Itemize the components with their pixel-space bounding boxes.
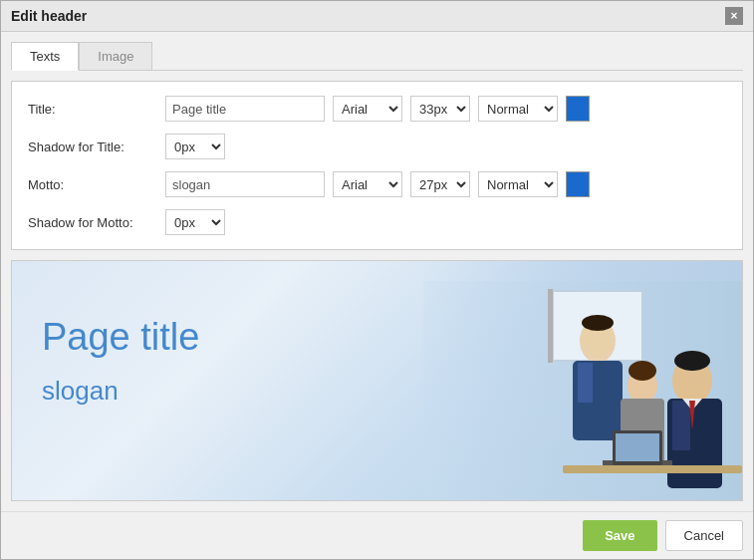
dialog-body: Texts Image Title: Arial 33px Normal	[1, 32, 753, 511]
title-weight-select[interactable]: Normal	[478, 96, 558, 122]
svg-rect-22	[563, 465, 742, 473]
cancel-button[interactable]: Cancel	[665, 520, 743, 551]
preview-slogan: slogan	[42, 376, 119, 407]
svg-point-11	[628, 361, 656, 381]
svg-point-7	[582, 315, 614, 331]
preview-title: Page title	[42, 316, 199, 359]
save-button[interactable]: Save	[583, 520, 656, 551]
title-label: Title:	[28, 102, 157, 117]
tab-bar: Texts Image	[11, 42, 743, 71]
dialog-footer: Save Cancel	[1, 511, 753, 559]
motto-row: Motto: Arial 27px Normal	[28, 171, 726, 197]
motto-label: Motto:	[28, 177, 157, 192]
svg-rect-2	[548, 289, 553, 363]
tab-image[interactable]: Image	[79, 42, 152, 71]
form-panel: Title: Arial 33px Normal Shadow for Titl…	[11, 81, 743, 250]
shadow-motto-row: Shadow for Motto: 0px	[28, 209, 726, 235]
shadow-motto-label: Shadow for Motto:	[28, 215, 157, 230]
title-color-swatch[interactable]	[566, 96, 590, 122]
shadow-motto-select[interactable]: 0px	[165, 209, 225, 235]
close-button[interactable]: ×	[725, 7, 743, 25]
preview-area: Page title slogan	[11, 260, 743, 501]
preview-image	[423, 261, 742, 500]
tab-texts[interactable]: Texts	[11, 42, 79, 71]
motto-color-swatch[interactable]	[566, 171, 590, 197]
motto-size-select[interactable]: 27px	[410, 171, 470, 197]
shadow-title-row: Shadow for Title: 0px	[28, 134, 726, 159]
motto-input[interactable]	[165, 171, 325, 197]
edit-header-dialog: Edit header × Texts Image Title: Arial 3…	[0, 0, 754, 560]
shadow-title-select[interactable]: 0px	[165, 134, 225, 159]
dialog-titlebar: Edit header ×	[1, 1, 753, 32]
dialog-title: Edit header	[11, 8, 87, 24]
svg-rect-5	[578, 363, 593, 403]
title-size-select[interactable]: 33px	[410, 96, 470, 122]
motto-weight-select[interactable]: Normal	[478, 171, 558, 197]
svg-point-18	[674, 351, 710, 371]
title-font-select[interactable]: Arial	[333, 96, 402, 122]
svg-rect-21	[616, 433, 659, 461]
shadow-title-label: Shadow for Title:	[28, 140, 157, 154]
svg-rect-14	[672, 401, 690, 450]
title-row: Title: Arial 33px Normal	[28, 96, 726, 122]
title-input[interactable]	[165, 96, 325, 122]
motto-font-select[interactable]: Arial	[333, 171, 402, 197]
